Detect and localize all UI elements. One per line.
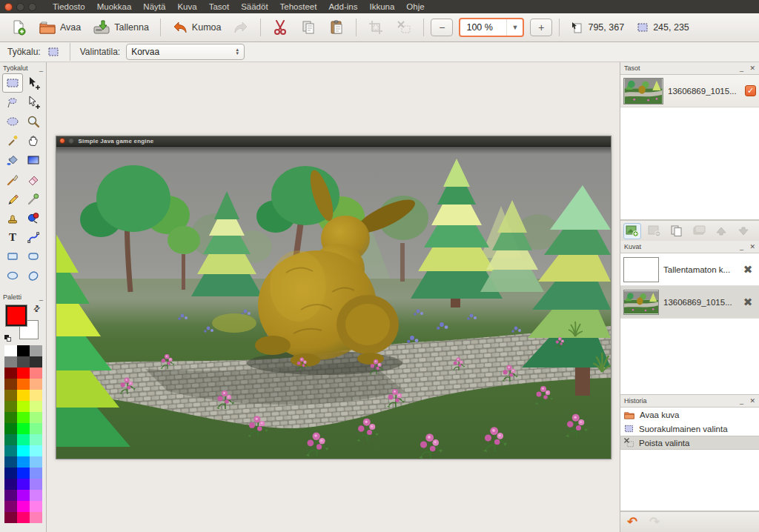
menu-tehosteet[interactable]: Tehosteet (274, 1, 323, 12)
image-row-unsaved[interactable]: Tallentamaton k... ✖ (620, 253, 759, 286)
palette-color-swatch[interactable] (4, 356, 17, 368)
palette-color-swatch[interactable] (4, 456, 17, 468)
menu-kuva[interactable]: Kuva (171, 1, 202, 12)
merge-layer-down-button[interactable] (690, 223, 708, 239)
menu-tasot[interactable]: Tasot (203, 1, 236, 12)
palette-color-swatch[interactable] (17, 468, 30, 479)
palette-color-swatch[interactable] (17, 401, 30, 412)
layer-row[interactable]: 13606869_1015... ✓ (620, 75, 759, 107)
tool-move-selection[interactable] (23, 73, 44, 93)
zoom-out-button[interactable]: − (431, 19, 453, 36)
tool-ellipse[interactable] (2, 266, 23, 285)
remove-layer-button[interactable] (646, 223, 663, 239)
tool-color-picker[interactable] (23, 189, 44, 208)
tools-panel-minimize-icon[interactable]: _ (39, 64, 43, 72)
tool-lasso-select[interactable] (2, 93, 23, 112)
tool-paintbrush[interactable] (2, 170, 23, 189)
palette-color-swatch[interactable] (30, 501, 42, 512)
palette-color-swatch[interactable] (17, 356, 30, 368)
palette-color-swatch[interactable] (30, 479, 42, 490)
palette-color-swatch[interactable] (30, 390, 42, 401)
current-tool-rectangle-select-icon[interactable] (47, 45, 60, 59)
tool-pencil[interactable] (2, 189, 23, 208)
tool-freeform-shape[interactable] (23, 266, 44, 285)
palette-color-swatch[interactable] (30, 412, 42, 423)
tool-ellipse-select[interactable] (2, 112, 23, 131)
layers-panel-close-icon[interactable]: ✕ (749, 64, 755, 72)
palette-color-swatch[interactable] (4, 479, 17, 490)
zoom-dropdown-arrow-icon[interactable]: ▼ (506, 19, 523, 36)
open-button[interactable]: Avaa (34, 17, 85, 38)
image-document[interactable]: Simple Java game engine (56, 136, 611, 459)
move-layer-down-button[interactable] (735, 223, 752, 239)
crop-button[interactable] (363, 17, 388, 38)
palette-color-swatch[interactable] (17, 490, 30, 501)
duplicate-layer-button[interactable] (668, 223, 686, 239)
tool-magic-wand[interactable] (2, 131, 23, 150)
palette-color-swatch[interactable] (30, 456, 42, 468)
menu-saadot[interactable]: Säädöt (235, 1, 274, 12)
palette-color-swatch[interactable] (17, 345, 30, 356)
tool-rounded-rectangle[interactable] (23, 247, 44, 266)
menu-add-ins[interactable]: Add-ins (322, 1, 363, 12)
tool-zoom[interactable] (23, 112, 44, 131)
palette-color-swatch[interactable] (17, 512, 30, 523)
save-button[interactable]: Tallenna (88, 17, 153, 38)
tool-clone-stamp[interactable] (2, 208, 23, 227)
images-panel-minimize-icon[interactable]: _ (740, 243, 743, 250)
palette-color-swatch[interactable] (4, 390, 17, 401)
palette-color-swatch[interactable] (30, 345, 42, 356)
palette-color-swatch[interactable] (30, 468, 42, 479)
swap-colors-icon[interactable]: ⇄ (31, 303, 43, 315)
palette-color-swatch[interactable] (17, 501, 30, 512)
tool-paint-bucket[interactable] (2, 150, 23, 170)
history-redo-button[interactable]: ↷ (646, 514, 663, 531)
image-row-current[interactable]: 13606869_1015... ✖ (620, 286, 759, 319)
add-layer-button[interactable] (623, 223, 641, 239)
palette-color-swatch[interactable] (17, 434, 30, 445)
palette-color-swatch[interactable] (4, 401, 17, 412)
selection-mode-combobox[interactable]: Korvaa ▲▼ (126, 44, 245, 60)
palette-color-swatch[interactable] (17, 412, 30, 423)
palette-color-swatch[interactable] (4, 379, 17, 390)
layers-panel-minimize-icon[interactable]: _ (740, 64, 743, 72)
menu-muokkaa[interactable]: Muokkaa (91, 1, 138, 12)
palette-color-swatch[interactable] (4, 423, 17, 434)
tool-text[interactable]: T (2, 227, 23, 247)
palette-color-swatch[interactable] (17, 479, 30, 490)
close-image-icon[interactable]: ✖ (740, 294, 756, 310)
menu-tiedosto[interactable]: Tiedosto (47, 1, 91, 12)
palette-color-swatch[interactable] (30, 401, 42, 412)
tool-rectangle[interactable] (2, 247, 23, 266)
menu-ikkuna[interactable]: Ikkuna (363, 1, 400, 12)
palette-color-swatch[interactable] (17, 445, 30, 456)
window-minimize-icon[interactable] (16, 3, 24, 11)
palette-color-swatch[interactable] (4, 368, 17, 379)
images-panel-close-icon[interactable]: ✕ (749, 243, 755, 250)
palette-color-swatch[interactable] (17, 423, 30, 434)
layer-visibility-checkbox[interactable]: ✓ (745, 85, 756, 96)
palette-panel-minimize-icon[interactable]: _ (39, 293, 43, 301)
palette-color-swatch[interactable] (17, 379, 30, 390)
menu-ohje[interactable]: Ohje (400, 1, 430, 12)
deselect-button[interactable] (391, 17, 417, 38)
palette-color-swatch[interactable] (30, 368, 42, 379)
close-image-icon[interactable]: ✖ (740, 262, 756, 278)
history-panel-minimize-icon[interactable]: _ (740, 397, 743, 405)
canvas-area[interactable]: Simple Java game engine (47, 62, 620, 532)
palette-color-swatch[interactable] (30, 490, 42, 501)
tool-line-curve[interactable] (23, 227, 44, 247)
palette-color-swatch[interactable] (30, 512, 42, 523)
redo-button[interactable] (228, 18, 253, 37)
history-panel-close-icon[interactable]: ✕ (749, 397, 755, 405)
palette-color-swatch[interactable] (17, 368, 30, 379)
palette-color-swatch[interactable] (4, 468, 17, 479)
zoom-level-combobox[interactable]: 100 % ▼ (459, 18, 524, 37)
move-layer-up-button[interactable] (712, 223, 730, 239)
cut-button[interactable] (268, 17, 293, 38)
tool-rectangle-select[interactable] (2, 73, 23, 93)
tool-eraser[interactable] (23, 170, 44, 189)
palette-color-swatch[interactable] (30, 379, 42, 390)
tool-move-selected[interactable] (23, 93, 44, 112)
history-item-rect-select[interactable]: Suorakulmainen valinta (620, 422, 759, 436)
